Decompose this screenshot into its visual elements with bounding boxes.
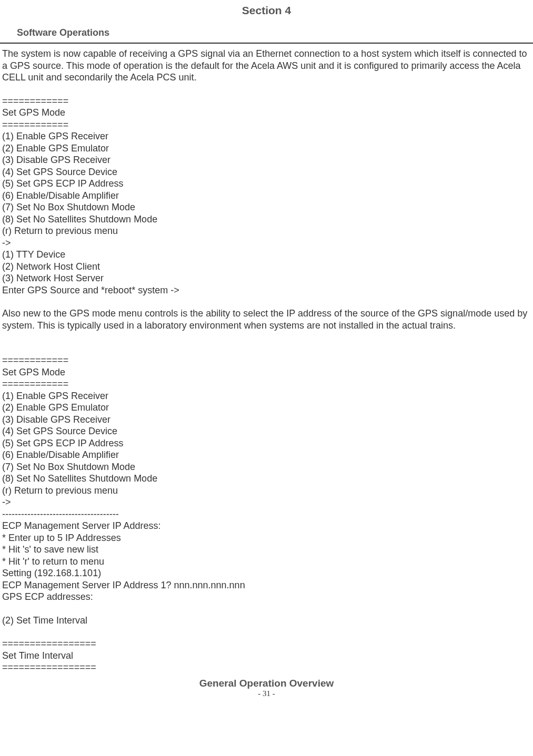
- submenu-option: (1) TTY Device: [2, 249, 531, 261]
- menu-option: (4) Set GPS Source Device: [2, 425, 531, 437]
- menu-option: (7) Set No Box Shutdown Mode: [2, 201, 531, 213]
- intro-paragraph: The system is now capable of receiving a…: [2, 48, 531, 84]
- menu-title: Set GPS Mode: [2, 366, 531, 379]
- dashes: -------------------------------------: [2, 508, 531, 520]
- ecp-instruction: * Hit 'r' to return to menu: [2, 556, 531, 568]
- mid-paragraph: Also new to the GPS mode menu controls i…: [2, 308, 531, 331]
- menu-separator: =================: [2, 638, 531, 650]
- menu-option: (1) Enable GPS Receiver: [2, 390, 531, 402]
- menu-separator: =================: [2, 661, 531, 673]
- enter-prompt: Enter GPS Source and *reboot* system ->: [2, 284, 531, 297]
- ecp-instruction: * Hit 's' to save new list: [2, 544, 531, 556]
- page-number: - 31 -: [0, 689, 533, 698]
- ecp-instruction: * Enter up to 5 IP Addresses: [2, 532, 531, 544]
- ecp-title: ECP Management Server IP Address:: [2, 520, 531, 532]
- gps-ecp-label: GPS ECP addresses:: [2, 591, 531, 603]
- menu-option: (5) Set GPS ECP IP Address: [2, 437, 531, 449]
- setting-line: Setting (192.168.1.101): [2, 567, 531, 579]
- submenu-option: (3) Network Host Server: [2, 272, 531, 284]
- menu-option: (8) Set No Satellites Shutdown Mode: [2, 213, 531, 226]
- prompt: ->: [2, 496, 531, 508]
- section-title: Section 4: [0, 4, 533, 17]
- menu-option: (8) Set No Satellites Shutdown Mode: [2, 473, 531, 485]
- submenu-option: (2) Network Host Client: [2, 261, 531, 273]
- menu-option: (6) Enable/Disable Amplifier: [2, 449, 531, 461]
- menu-separator: ============: [2, 95, 531, 107]
- menu-option: (5) Set GPS ECP IP Address: [2, 178, 531, 190]
- menu-option: (4) Set GPS Source Device: [2, 166, 531, 178]
- menu-option: (r) Return to previous menu: [2, 485, 531, 497]
- menu-option: (3) Disable GPS Receiver: [2, 154, 531, 166]
- menu-option: (3) Disable GPS Receiver: [2, 414, 531, 426]
- menu-option: (1) Enable GPS Receiver: [2, 130, 531, 142]
- set-time-option: (2) Set Time Interval: [2, 615, 531, 627]
- footer-title: General Operation Overview: [0, 678, 533, 689]
- ecp-question: ECP Management Server IP Address 1? nnn.…: [2, 579, 531, 591]
- section-subtitle: Software Operations: [0, 27, 533, 40]
- menu-option: (7) Set No Box Shutdown Mode: [2, 461, 531, 473]
- menu-option: (r) Return to previous menu: [2, 225, 531, 237]
- prompt: ->: [2, 237, 531, 249]
- menu-option: (2) Enable GPS Emulator: [2, 142, 531, 155]
- menu-option: (6) Enable/Disable Amplifier: [2, 190, 531, 202]
- menu-separator: ============: [2, 378, 531, 390]
- menu-title: Set Time Interval: [2, 650, 531, 662]
- menu-option: (2) Enable GPS Emulator: [2, 402, 531, 414]
- menu-title: Set GPS Mode: [2, 107, 531, 119]
- menu-separator: ============: [2, 354, 531, 366]
- menu-separator: ============: [2, 119, 531, 131]
